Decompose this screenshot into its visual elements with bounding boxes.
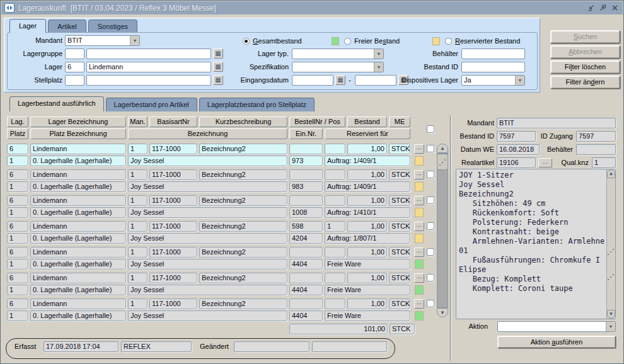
cell-bestellnr[interactable]	[289, 144, 323, 154]
cell-pos[interactable]	[325, 195, 345, 206]
cell-bezeichnung[interactable]: Joy Sessel	[128, 285, 287, 295]
cell-lag[interactable]: 6	[7, 169, 28, 180]
cell-pos[interactable]: 1	[325, 221, 345, 232]
cell-bestand[interactable]: 1,00	[347, 299, 387, 309]
cell-lag[interactable]: 6	[7, 273, 28, 283]
row-checkbox[interactable]	[427, 196, 434, 204]
tab-lagerbestand-ausführlich[interactable]: Lagerbestand ausführlich	[9, 96, 104, 111]
tab-lagerplatzbestand-pro-stellplatz[interactable]: Lagerplatzbestand pro Stellplatz	[199, 98, 315, 111]
column-header[interactable]: Bezeichnung	[128, 128, 287, 139]
cell-lag[interactable]: 6	[7, 247, 28, 258]
cell-platz[interactable]: 1	[7, 181, 28, 192]
column-header[interactable]: Lager Bezeichnung	[30, 117, 126, 127]
cell-bestellnr[interactable]	[289, 273, 323, 283]
mandant-dropdown[interactable]: BTIT ▼	[65, 35, 140, 46]
column-header[interactable]: BestellNr / Pos	[289, 117, 345, 127]
cell-basisart[interactable]: 117-1000	[149, 273, 197, 283]
cell-bestellnr[interactable]	[289, 169, 323, 180]
cell-kurz[interactable]: Bezeichnung2	[199, 169, 287, 180]
row-checkbox[interactable]	[427, 274, 434, 282]
scroll-track[interactable]	[437, 153, 448, 308]
cell-reserviert[interactable]: Auftrag: 1/409/1	[325, 181, 410, 192]
cell-bestand[interactable]: 1,00	[347, 144, 387, 154]
lagergruppe-name-field[interactable]	[86, 48, 211, 59]
cell-platz_bez[interactable]: 0. Lagerhalle (Lagerhalle)	[30, 181, 126, 192]
cell-reserviert[interactable]: Auftrag: 1/807/1	[325, 233, 410, 244]
cell-einnr[interactable]: 4204	[289, 233, 323, 244]
row-detail-button[interactable]: ...	[414, 170, 424, 179]
row-detail-button[interactable]: ...	[414, 144, 424, 154]
scroll-down-icon[interactable]: ▼	[437, 308, 448, 317]
cell-me[interactable]: STCK	[389, 169, 410, 180]
cell-pos[interactable]	[325, 144, 345, 154]
cell-lag[interactable]: 6	[7, 299, 28, 309]
column-header[interactable]: Kurzbeschreibung	[199, 117, 287, 127]
cell-platz[interactable]: 1	[7, 259, 28, 270]
cell-platz[interactable]: 1	[7, 207, 28, 218]
cell-man[interactable]: 1	[128, 144, 147, 154]
cell-me[interactable]: STCK	[389, 221, 410, 232]
cell-lager_bez[interactable]: Lindemann	[30, 195, 126, 206]
cell-bestand[interactable]: 1,00	[347, 221, 387, 232]
cell-bezeichnung[interactable]: Joy Sessel	[128, 259, 287, 270]
row-detail-button[interactable]: ...	[414, 299, 424, 309]
column-header[interactable]: ME	[389, 117, 410, 127]
cell-bezeichnung[interactable]: Joy Sessel	[128, 207, 287, 218]
eingangsdatum-von-field[interactable]	[292, 75, 333, 86]
artikel-beschreibung-textarea[interactable]: JOY 1-Sitzer Joy Sessel Bezeichnung2 Sit…	[456, 169, 616, 319]
cell-man[interactable]: 1	[128, 273, 147, 283]
cell-pos[interactable]	[325, 273, 345, 283]
row-detail-button[interactable]: ...	[414, 196, 424, 205]
cell-einnr[interactable]: 1008	[289, 207, 323, 218]
cell-platz[interactable]: 1	[7, 310, 28, 321]
select-all-checkbox[interactable]	[427, 125, 434, 133]
cell-platz_bez[interactable]: 0. Lagerhalle (Lagerhalle)	[30, 233, 126, 244]
cell-einnr[interactable]: 4404	[289, 310, 323, 321]
cell-bezeichnung[interactable]: Joy Sessel	[128, 310, 287, 321]
cell-basisart[interactable]: 117-1000	[149, 195, 197, 206]
cell-kurz[interactable]: Bezeichnung2	[199, 273, 287, 283]
cell-platz[interactable]: 1	[7, 156, 28, 166]
cell-man[interactable]: 1	[128, 221, 147, 232]
cell-lager_bez[interactable]: Lindemann	[30, 247, 126, 258]
cell-me[interactable]: STCK	[389, 247, 410, 258]
cell-kurz[interactable]: Bezeichnung2	[199, 144, 287, 154]
cell-bezeichnung[interactable]: Joy Sessel	[128, 156, 287, 166]
cell-bestand[interactable]: 1,00	[347, 195, 387, 206]
textarea-scrollbar[interactable]: ▲ ▼	[606, 169, 615, 319]
scroll-thumb[interactable]	[437, 154, 448, 170]
cell-bestand[interactable]: 1,00	[347, 169, 387, 180]
table-scrollbar[interactable]: ▲▼	[437, 144, 448, 317]
cell-man[interactable]: 1	[128, 247, 147, 258]
stellplatz-name-field[interactable]	[86, 75, 211, 86]
behaelter-field[interactable]	[461, 48, 525, 59]
minimize-icon[interactable]	[587, 4, 594, 12]
tab-sonstiges[interactable]: Sonstiges	[88, 20, 137, 33]
dispositives-lager-dropdown[interactable]: Ja ▼	[461, 75, 525, 86]
row-detail-button[interactable]: ...	[414, 247, 424, 257]
spezifikation-dropdown[interactable]: ▼	[292, 62, 384, 72]
cell-basisart[interactable]: 117-1000	[149, 169, 197, 180]
cell-lag[interactable]: 6	[7, 144, 28, 154]
column-header[interactable]: Platz Bezeichnung	[30, 128, 126, 139]
cell-platz[interactable]: 1	[7, 233, 28, 244]
cell-platz_bez[interactable]: 0. Lagerhalle (Lagerhalle)	[30, 310, 126, 321]
cell-lager_bez[interactable]: Lindemann	[30, 169, 126, 180]
cell-platz_bez[interactable]: 0. Lagerhalle (Lagerhalle)	[30, 285, 126, 295]
cell-bestellnr[interactable]	[289, 247, 323, 258]
cell-reserviert[interactable]: Freie Ware	[325, 259, 410, 270]
cell-basisart[interactable]: 117-1000	[149, 247, 197, 258]
maximize-icon[interactable]	[599, 4, 606, 12]
cell-lager_bez[interactable]: Lindemann	[30, 144, 126, 154]
lagergruppe-nr-field[interactable]	[65, 48, 84, 59]
cell-einnr[interactable]: 4404	[289, 285, 323, 295]
filter-löschen-button[interactable]: Filter löschen	[550, 60, 620, 74]
cell-pos[interactable]	[325, 247, 345, 258]
calendar-icon[interactable]: ▦	[335, 75, 345, 85]
cell-platz_bez[interactable]: 0. Lagerhalle (Lagerhalle)	[30, 207, 126, 218]
filter-ändern-button[interactable]: Filter ändern	[550, 76, 620, 89]
column-header[interactable]: Ein.Nr.	[289, 128, 323, 139]
cell-platz_bez[interactable]: 0. Lagerhalle (Lagerhalle)	[30, 156, 126, 166]
stellplatz-nr-field[interactable]	[65, 75, 84, 86]
cell-pos[interactable]	[325, 169, 345, 180]
